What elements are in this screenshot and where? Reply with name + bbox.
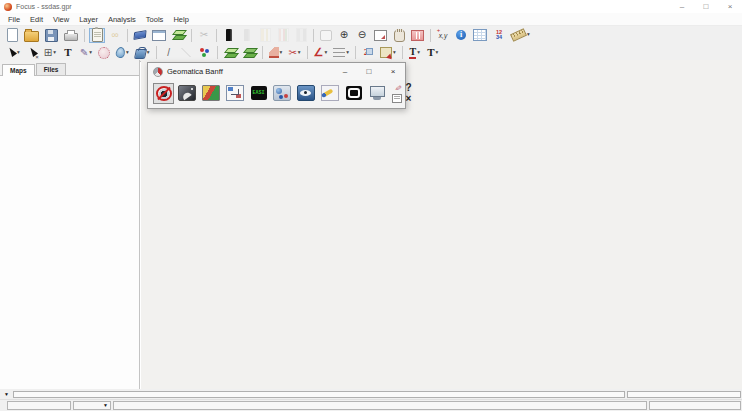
collapse-arrow-button[interactable]: ▼ [0,389,13,399]
split-tool-button[interactable]: ✂▾ [286,45,302,60]
customize-button[interactable]: ✎ [392,82,403,93]
enhancement-equalize-button[interactable] [275,28,291,43]
save-button[interactable] [43,28,60,43]
exit-launcher-button[interactable]: × [403,93,414,104]
status-scale-cell[interactable]: ▼ [73,401,111,410]
polyline-tool-icon [181,48,192,57]
dropdown-arrow-icon[interactable]: ▾ [147,50,150,56]
maps-tree-panel[interactable] [0,76,139,389]
color-picker-button[interactable]: ▾ [114,45,131,60]
font-button[interactable]: T▾ [425,45,441,60]
dropdown-arrow-icon[interactable]: ▾ [126,50,129,56]
maximize-button[interactable]: □ [694,0,718,13]
modeler-app-button[interactable] [224,83,246,104]
menu-layer[interactable]: Layer [74,14,103,25]
menu-tools[interactable]: Tools [141,14,169,25]
text-tool-button[interactable]: T [60,45,76,60]
sketch-tool-button[interactable]: ✎▾ [78,45,94,60]
select-tool-button[interactable]: ▾ [4,45,22,60]
menu-help[interactable]: Help [168,14,193,25]
floating-close-button[interactable]: × [381,63,405,80]
preferences-button[interactable] [392,93,403,104]
zoom-in-button[interactable]: ⊕ [336,28,352,43]
new-project-button[interactable] [4,28,20,43]
pan-button[interactable] [391,28,407,43]
help-button[interactable]: ? [403,82,414,93]
menu-view[interactable]: View [48,14,74,25]
dropdown-arrow-icon[interactable]: ▾ [17,50,20,56]
symbol-tool-button[interactable] [197,45,213,60]
dropdown-arrow-icon[interactable]: ▾ [324,50,327,56]
clip-tool-button[interactable]: ▾ [267,45,285,60]
erase-edit-button[interactable] [132,28,148,43]
easi-app-button[interactable]: EASI [248,83,269,104]
scroll-groove-right[interactable] [627,391,741,398]
tab-files[interactable]: Files [36,63,67,75]
cursor-coordinates-button[interactable]: x,y [435,28,451,43]
bring-forward-button[interactable]: 2▾ [360,45,376,60]
tab-maps[interactable]: Maps [2,64,35,76]
floating-titlebar[interactable]: Geomatica Banff – □ × [148,63,405,80]
enhancement-none-icon [226,29,232,41]
dropdown-arrow-icon[interactable]: ▾ [346,50,349,56]
capture-app-button[interactable] [343,83,364,104]
map-app-button[interactable] [200,83,222,104]
license-users-app-button[interactable] [271,83,293,104]
enhancement-root-button[interactable] [239,28,255,43]
enhancement-match-button[interactable] [293,28,309,43]
close-button[interactable]: × [718,0,742,13]
line-tool-button[interactable]: / [161,45,177,60]
map-workspace[interactable] [141,60,742,389]
cut-button[interactable]: ✂ [196,28,212,43]
zoom-to-image-resolution-button[interactable] [409,28,426,43]
numeric-values-button[interactable]: 1234 [491,28,507,43]
style-editor-app-button[interactable] [319,83,341,104]
fill-tool-button[interactable]: ▾ [133,45,152,60]
viewer-app-button[interactable] [295,83,317,104]
open-button[interactable] [22,28,41,43]
orthoengine-app-button[interactable] [176,83,198,104]
dropdown-arrow-icon[interactable]: ▾ [393,50,396,56]
floating-minimize-button[interactable]: – [333,63,357,80]
bring-layer-front-button[interactable] [222,45,239,60]
layer-manager-button[interactable] [170,28,187,43]
monitor-app-button[interactable] [366,83,387,104]
menu-edit[interactable]: Edit [25,14,48,25]
new-area-view-button[interactable] [150,28,168,43]
floating-maximize-button[interactable]: □ [357,63,381,80]
dropdown-arrow-icon[interactable]: ▾ [527,32,530,38]
enhancement-linear-button[interactable] [257,28,273,43]
font-color-button[interactable]: T▾ [407,45,423,60]
clipboard-button[interactable] [89,28,105,43]
send-backward-button[interactable]: ▾ [378,45,398,60]
focus-app-button[interactable] [153,83,174,104]
dropdown-arrow-icon[interactable]: ▾ [417,50,420,56]
dropdown-arrow-icon[interactable]: ▾ [435,50,438,56]
link-button[interactable]: ∞ [107,28,123,43]
menu-analysis[interactable]: Analysis [103,14,141,25]
dropdown-arrow-icon[interactable]: ▾ [53,50,56,56]
info-button[interactable]: i [453,28,469,43]
edit-vertices-button[interactable] [24,45,40,60]
dropdown-arrow-icon[interactable]: ▾ [89,50,92,56]
dropdown-arrow-icon[interactable]: ▾ [280,50,283,56]
measure-button[interactable]: ▾ [509,28,532,43]
snap-grid-button[interactable]: ⊞▾ [42,45,58,60]
zoom-rectangle-button[interactable] [318,28,334,43]
attribute-table-button[interactable] [471,28,489,43]
minimize-button[interactable]: – [670,0,694,13]
scale-dropdown-icon[interactable]: ▼ [103,403,110,408]
zoom-out-button[interactable]: ⊖ [354,28,370,43]
scroll-groove-left[interactable] [13,391,625,398]
menu-file[interactable]: File [3,14,25,25]
polyline-tool-button[interactable] [179,45,195,60]
print-icon [64,33,78,41]
angle-measure-button[interactable]: ∠▾ [312,45,330,60]
print-button[interactable] [62,28,80,43]
send-layer-back-button[interactable] [241,45,258,60]
dropdown-arrow-icon[interactable]: ▾ [298,50,301,56]
georeference-button[interactable] [96,45,112,60]
zoom-to-overview-button[interactable] [372,28,389,43]
enhancement-none-button[interactable] [221,28,237,43]
line-style-button[interactable]: ▾ [331,45,351,60]
